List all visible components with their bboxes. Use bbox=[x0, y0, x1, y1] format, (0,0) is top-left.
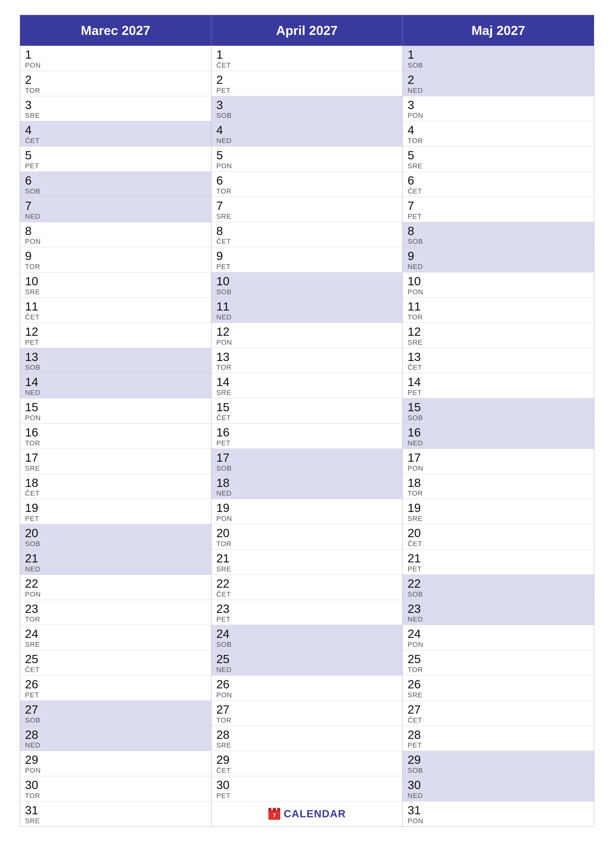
calendar-row: 19PET19PON19SRE bbox=[20, 499, 594, 524]
day-number: 22 bbox=[407, 577, 589, 591]
day-name: SOB bbox=[216, 112, 398, 119]
calendar-row: 2TOR2PET2NED bbox=[20, 71, 594, 96]
day-number: 12 bbox=[25, 326, 206, 338]
day-name: NED bbox=[216, 313, 398, 321]
day-name: NED bbox=[407, 792, 589, 800]
day-name: PON bbox=[216, 515, 398, 522]
day-number: 30 bbox=[407, 779, 589, 792]
day-name: TOR bbox=[216, 540, 398, 548]
day-name: SRE bbox=[407, 338, 589, 346]
day-number: 14 bbox=[407, 376, 589, 389]
day-number: 4 bbox=[407, 124, 589, 137]
day-name: ČET bbox=[216, 767, 398, 775]
calendar-row: 18ČET18NED18TOR bbox=[20, 474, 594, 499]
day-number: 9 bbox=[25, 250, 206, 263]
day-cell-m1-d10: 10SOB bbox=[211, 273, 403, 298]
day-cell-m0-d25: 25ČET bbox=[20, 650, 211, 676]
day-cell-m1-d21: 21SRE bbox=[211, 550, 403, 575]
day-name: ČET bbox=[25, 137, 206, 145]
day-number: 10 bbox=[216, 275, 398, 288]
day-cell-m1-d11: 11NED bbox=[211, 298, 403, 323]
day-cell-m0-d12: 12PET bbox=[20, 323, 211, 348]
day-number: 14 bbox=[25, 376, 206, 389]
day-number: 28 bbox=[25, 728, 206, 742]
day-cell-m1-d8: 8ČET bbox=[211, 222, 403, 248]
day-cell-m0-d15: 15PON bbox=[20, 398, 211, 424]
day-name: SRE bbox=[25, 112, 206, 119]
day-number: 2 bbox=[25, 73, 206, 87]
day-number: 7 bbox=[216, 200, 398, 212]
day-name: TOR bbox=[407, 490, 589, 498]
calendar-row: 3SRE3SOB3PON bbox=[20, 96, 594, 121]
day-cell-m2-d10: 10PON bbox=[403, 273, 594, 298]
calendar-row: 24SRE24SOB24PON bbox=[20, 625, 594, 650]
day-number: 5 bbox=[25, 149, 206, 162]
day-cell-m2-d8: 8SOB bbox=[403, 222, 594, 248]
day-name: PET bbox=[25, 515, 206, 522]
calendar-row: 1PON1ČET1SOB bbox=[20, 46, 594, 71]
calendar-row: 5PET5PON5SRE bbox=[20, 146, 594, 172]
day-name: ČET bbox=[25, 490, 206, 498]
day-name: ČET bbox=[407, 540, 589, 548]
day-name: TOR bbox=[407, 313, 589, 321]
day-cell-m1-d24: 24SOB bbox=[211, 625, 403, 650]
day-cell-m1-d31: 7 CALENDAR bbox=[211, 801, 403, 826]
day-number: 20 bbox=[407, 527, 589, 540]
day-cell-m0-d30: 30TOR bbox=[20, 776, 211, 801]
day-cell-m2-d3: 3PON bbox=[403, 96, 594, 121]
day-name: NED bbox=[216, 490, 398, 498]
day-cell-m2-d19: 19SRE bbox=[403, 499, 594, 524]
day-name: PON bbox=[216, 691, 398, 699]
day-number: 18 bbox=[407, 477, 589, 490]
day-cell-m2-d28: 28PET bbox=[403, 726, 594, 751]
day-name: PET bbox=[407, 389, 589, 397]
calendar-row: 9TOR9PET9NED bbox=[20, 247, 594, 273]
day-cell-m0-d4: 4ČET bbox=[20, 121, 211, 146]
day-cell-m2-d5: 5SRE bbox=[403, 146, 594, 172]
day-number: 19 bbox=[216, 502, 398, 515]
day-cell-m1-d18: 18NED bbox=[211, 474, 403, 499]
day-cell-m1-d19: 19PON bbox=[211, 499, 403, 524]
day-cell-m2-d29: 29SOB bbox=[403, 751, 594, 776]
day-number: 12 bbox=[216, 326, 398, 338]
day-name: TOR bbox=[407, 666, 589, 674]
day-cell-m0-d17: 17SRE bbox=[20, 449, 211, 474]
calendar-row: 11ČET11NED11TOR bbox=[20, 298, 594, 323]
day-cell-m2-d30: 30NED bbox=[403, 776, 594, 801]
day-name: SOB bbox=[216, 465, 398, 472]
day-cell-m2-d26: 26SRE bbox=[403, 676, 594, 701]
day-number: 2 bbox=[216, 73, 398, 87]
day-number: 24 bbox=[25, 628, 206, 641]
day-cell-m0-d27: 27SOB bbox=[20, 701, 211, 726]
day-number: 9 bbox=[216, 250, 398, 263]
day-number: 14 bbox=[216, 376, 398, 389]
day-name: SRE bbox=[25, 817, 206, 825]
day-name: PET bbox=[216, 439, 398, 447]
day-number: 21 bbox=[216, 552, 398, 565]
day-number: 18 bbox=[216, 477, 398, 490]
day-cell-m0-d10: 10SRE bbox=[20, 273, 211, 298]
day-cell-m2-d13: 13ČET bbox=[403, 348, 594, 374]
calendar-row: 28NED28SRE28PET bbox=[20, 726, 594, 751]
day-number: 11 bbox=[407, 300, 589, 313]
day-name: SRE bbox=[407, 691, 589, 699]
svg-rect-1 bbox=[268, 808, 280, 811]
day-cell-m2-d25: 25TOR bbox=[403, 650, 594, 676]
day-number: 6 bbox=[25, 174, 206, 187]
day-cell-m1-d7: 7SRE bbox=[211, 197, 403, 222]
day-cell-m1-d17: 17SOB bbox=[211, 449, 403, 474]
day-cell-m0-d5: 5PET bbox=[20, 146, 211, 172]
day-cell-m1-d30: 30PET bbox=[211, 776, 403, 801]
day-name: PET bbox=[216, 87, 398, 95]
day-name: PON bbox=[407, 112, 589, 119]
day-cell-m0-d21: 21NED bbox=[20, 550, 211, 575]
day-cell-m0-d28: 28NED bbox=[20, 726, 211, 751]
day-cell-m0-d24: 24SRE bbox=[20, 625, 211, 650]
day-name: NED bbox=[25, 565, 206, 573]
day-cell-m2-d27: 27ČET bbox=[403, 701, 594, 726]
day-number: 26 bbox=[25, 678, 206, 691]
day-cell-m1-d22: 22ČET bbox=[211, 575, 403, 600]
day-cell-m1-d15: 15ČET bbox=[211, 398, 403, 424]
calendar-row: 30TOR30PET30NED bbox=[20, 776, 594, 801]
day-number: 17 bbox=[407, 451, 589, 465]
